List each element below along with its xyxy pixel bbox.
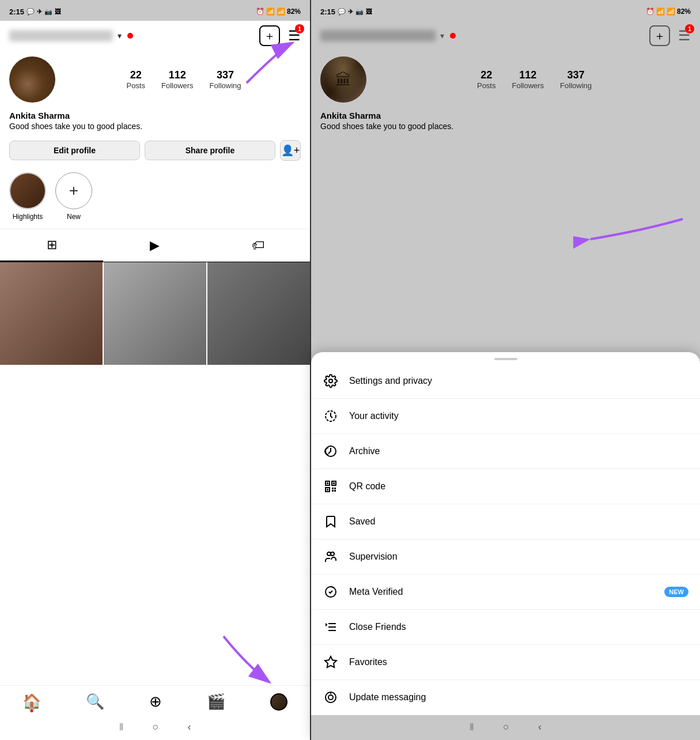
reels-nav-icon: 🎬: [207, 693, 225, 711]
menu-item-supervision[interactable]: Supervision: [311, 539, 700, 575]
nav-icons: ＋ ☰ 1: [259, 25, 301, 46]
posts-stat-right[interactable]: 22 Posts: [477, 69, 496, 90]
whatsapp-icon-r: 💬: [338, 8, 346, 16]
svg-rect-13: [334, 488, 336, 489]
menu-item-update-messaging[interactable]: Update messaging: [311, 680, 700, 715]
followers-count: 112: [161, 69, 194, 81]
following-stat[interactable]: 337 Following: [210, 69, 241, 90]
highlight-image: [10, 173, 45, 208]
search-icon: 🔍: [86, 693, 104, 711]
share-profile-button[interactable]: Share profile: [145, 141, 275, 160]
telegram-icon-r: ✈: [348, 8, 353, 16]
posts-stat[interactable]: 22 Posts: [126, 69, 145, 90]
highlight-label-1: Highlights: [13, 213, 43, 221]
profile-bio-left: Good shoes take you to good places.: [9, 122, 301, 131]
svg-rect-9: [333, 482, 335, 484]
nav-reels[interactable]: 🎬: [207, 693, 225, 711]
highlight-item-1[interactable]: Highlights: [9, 172, 46, 221]
photos-grid: [0, 262, 310, 685]
svg-marker-25: [325, 656, 336, 667]
bottom-sheet: Settings and privacy Your activity Archi…: [311, 352, 700, 740]
supervision-icon: [323, 549, 339, 565]
grid-icon: ⊞: [47, 237, 57, 252]
gallery-icon: 🖼: [55, 8, 61, 15]
menu-item-favorites[interactable]: Favorites: [311, 645, 700, 680]
photo-cell-2[interactable]: [104, 262, 206, 365]
android-back-btn-right[interactable]: ‹: [538, 721, 542, 733]
hamburger-menu-right[interactable]: ☰ 1: [678, 28, 691, 44]
nav-home[interactable]: 🏠: [22, 693, 41, 711]
dropdown-icon[interactable]: ▾: [118, 31, 122, 40]
top-nav-left: ▾ ＋ ☰ 1: [0, 21, 310, 51]
telegram-icon: ✈: [37, 8, 42, 16]
profile-section-left: 22 Posts 112 Followers 337 Following: [0, 51, 310, 108]
qr-label: QR code: [349, 481, 385, 492]
bottom-nav-left: 🏠 🔍 ⊕ 🎬: [0, 685, 310, 715]
nav-search[interactable]: 🔍: [86, 693, 104, 711]
arrow-to-settings: [573, 207, 688, 254]
android-menu-btn-right[interactable]: ⦀: [470, 721, 474, 733]
nav-add[interactable]: ⊕: [149, 693, 162, 711]
highlight-label-new: New: [67, 213, 81, 221]
following-stat-right[interactable]: 337 Following: [560, 69, 592, 90]
avatar-left: [9, 56, 55, 103]
qr-icon: [323, 478, 339, 494]
stats-left: 22 Posts 112 Followers 337 Following: [67, 69, 301, 90]
menu-item-settings[interactable]: Settings and privacy: [311, 364, 700, 399]
battery-left: 82%: [287, 7, 301, 16]
reels-icon: ▶: [150, 238, 160, 253]
android-nav-right: ⦀ ○ ‹: [311, 715, 700, 740]
name-bio-right: Ankita Sharma Good shoes take you to goo…: [311, 108, 700, 137]
profile-section-right: 🏛 22 Posts 112 Followers 337 Following: [311, 51, 700, 108]
username-section: ▾: [9, 30, 133, 41]
menu-item-qr[interactable]: QR code: [311, 469, 700, 504]
time-left: 2:15: [9, 7, 24, 16]
menu-item-activity[interactable]: Your activity: [311, 399, 700, 434]
time-right: 2:15: [320, 7, 335, 16]
menu-item-meta-verified[interactable]: Meta Verified NEW: [311, 575, 700, 610]
svg-rect-14: [332, 490, 334, 492]
supervision-label: Supervision: [349, 552, 398, 562]
android-home-btn-right[interactable]: ○: [503, 721, 509, 733]
highlights-row: Highlights + New: [0, 164, 310, 229]
meta-verified-label: Meta Verified: [349, 587, 403, 597]
followers-label: Followers: [161, 81, 194, 90]
android-nav-left: ⦀ ○ ‹: [0, 715, 310, 740]
tab-grid[interactable]: ⊞: [0, 229, 103, 262]
tab-reels[interactable]: ▶: [103, 229, 206, 262]
whatsapp-icon: 💬: [27, 8, 35, 16]
menu-item-close-friends[interactable]: Close Friends: [311, 610, 700, 645]
favorites-icon: [323, 654, 339, 670]
android-back-btn[interactable]: ‹: [187, 721, 191, 733]
notif-badge-right: 1: [685, 24, 694, 33]
nav-profile[interactable]: [270, 693, 287, 711]
menu-item-archive[interactable]: Archive: [311, 434, 700, 469]
add-post-button[interactable]: ＋: [259, 25, 280, 46]
android-menu-btn[interactable]: ⦀: [119, 721, 124, 733]
followers-stat-right[interactable]: 112 Followers: [512, 69, 544, 90]
tab-tagged[interactable]: 🏷: [207, 229, 310, 262]
android-home-btn[interactable]: ○: [153, 721, 159, 733]
menu-item-saved[interactable]: Saved: [311, 504, 700, 539]
instagram-status-icon: 📷: [44, 8, 52, 16]
username-blur: [9, 30, 113, 41]
status-bar-right: 2:15 💬 ✈ 📷 🖼 ⏰ 📶 📶 82%: [311, 0, 700, 21]
update-messaging-label: Update messaging: [349, 692, 426, 703]
photo-cell-3[interactable]: [207, 262, 310, 365]
activity-icon: [323, 408, 339, 424]
top-nav-right: ▾ ＋ ☰ 1: [311, 21, 700, 51]
highlight-new-circle: +: [55, 172, 92, 209]
followers-count-right: 112: [512, 69, 544, 81]
photo-cell-1[interactable]: [0, 262, 103, 365]
add-post-button-right[interactable]: ＋: [649, 25, 670, 46]
settings-icon: [323, 373, 339, 389]
archive-label: Archive: [349, 446, 380, 456]
add-friend-button[interactable]: 👤+: [280, 140, 301, 161]
edit-profile-button[interactable]: Edit profile: [9, 141, 140, 160]
highlight-item-new[interactable]: + New: [55, 172, 92, 221]
hamburger-menu-button[interactable]: ☰ 1: [288, 28, 301, 44]
followers-stat[interactable]: 112 Followers: [161, 69, 194, 90]
dropdown-icon-right[interactable]: ▾: [440, 31, 444, 40]
svg-rect-10: [327, 489, 328, 490]
avatar-image-left: [9, 56, 55, 103]
